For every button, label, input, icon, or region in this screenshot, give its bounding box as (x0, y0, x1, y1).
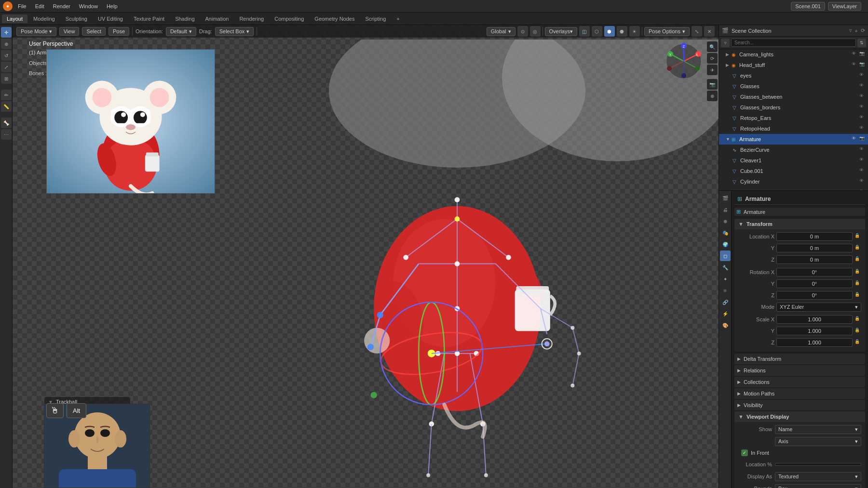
menu-item-file[interactable]: File (14, 2, 30, 10)
outliner-sort-btn[interactable]: ⇅ (857, 39, 866, 47)
location-z-input[interactable]: 0 m (776, 255, 853, 264)
workspace-tab-animation[interactable]: Animation (201, 14, 234, 23)
viewport-shading-render[interactable]: ☀ (629, 26, 640, 37)
viewport-pose-menu[interactable]: Pose (108, 27, 129, 36)
visible-icon-cy1[interactable]: 👁 (859, 189, 866, 190)
props-physics-btn[interactable]: ⚛ (720, 285, 731, 296)
toolbar-cursor[interactable]: ✛ (1, 27, 12, 38)
orbit-btn[interactable]: ⟳ (707, 53, 718, 64)
scale-y-input[interactable]: 1.000 (776, 327, 853, 335)
filter-icon[interactable]: ▿ (849, 27, 852, 34)
render-icon-2[interactable]: 📷 (859, 62, 866, 68)
workspace-tab-uv-editing[interactable]: UV Editing (93, 14, 128, 23)
sub-obj-name-input[interactable]: Armature (744, 209, 863, 215)
props-object-btn[interactable]: ◻ (720, 251, 731, 261)
props-output-btn[interactable]: 🖨 (720, 204, 731, 215)
show-axis-dropdown[interactable]: Axis ▾ (775, 437, 861, 446)
workspace-tab-texture-paint[interactable]: Texture Paint (129, 14, 169, 23)
rotation-y-lock[interactable]: 🔒 (854, 280, 861, 287)
flymode-btn[interactable]: ✈ (707, 65, 718, 75)
visible-icon-7[interactable]: 👁 (859, 115, 866, 121)
scale-z-input[interactable]: 1.000 (776, 338, 853, 347)
toolbar-measure[interactable]: 📏 (1, 101, 12, 112)
location-y-input[interactable]: 0 m (776, 244, 853, 252)
menu-item-help[interactable]: Help (103, 2, 121, 10)
menu-item-edit[interactable]: Edit (32, 2, 48, 10)
workspace-tab-compositing[interactable]: Compositing (270, 14, 309, 23)
outliner-item-eyes[interactable]: ▽ eyes 👁 (719, 70, 868, 81)
viewport-select-menu[interactable]: Select (82, 27, 106, 36)
scale-y-lock[interactable]: 🔒 (854, 328, 861, 334)
viewport-shading-wire[interactable]: ⬡ (592, 26, 602, 37)
viewport-shading-solid[interactable]: ⬢ (604, 26, 615, 37)
menu-item-render[interactable]: Render (50, 2, 74, 10)
pose-options-btn[interactable]: Pose Options▾ (644, 27, 690, 36)
visible-icon-c1[interactable]: 👁 (859, 157, 866, 164)
workspace-tab-modeling[interactable]: Modeling (28, 14, 60, 23)
toolbar-scale[interactable]: ⤢ (1, 62, 12, 72)
toolbar-rotate[interactable]: ↺ (1, 50, 12, 61)
visible-icon-arm[interactable]: 👁 (852, 136, 858, 143)
props-scene-btn[interactable]: 🎭 (720, 227, 731, 238)
scale-x-lock[interactable]: 🔒 (854, 316, 861, 323)
props-data-btn[interactable]: ⚡ (720, 308, 731, 319)
props-particles-btn[interactable]: ✦ (720, 274, 731, 284)
relations-header[interactable]: ▶ Relations (734, 365, 865, 376)
scene-selector[interactable]: Scene.001 (791, 2, 825, 11)
viewport-close-btn[interactable]: ✕ (704, 26, 715, 37)
props-material-btn[interactable]: 🎨 (720, 320, 731, 330)
outliner-item-glasses-borders[interactable]: ▽ Glasses_borders 👁 (719, 102, 868, 113)
viewport-area[interactable]: Pose Mode ▾ View Select Pose Orientation… (13, 25, 719, 488)
outliner-item-cylinder001[interactable]: ▽ Cylinder.001 👁 (719, 187, 868, 190)
outliner-filter-btn[interactable]: ▿ (721, 39, 730, 47)
collections-header[interactable]: ▶ Collections (734, 377, 865, 387)
toolbar-transform[interactable]: ⊞ (1, 73, 12, 84)
visible-icon-5[interactable]: 👁 (859, 93, 866, 100)
toolbar-annotate[interactable]: ✏ (1, 90, 12, 100)
viewport-mode-selector[interactable]: Pose Mode ▾ (16, 27, 56, 36)
toolbar-more[interactable]: ⋯ (1, 129, 12, 140)
rotation-mode-dropdown[interactable]: XYZ Euler▾ (776, 303, 861, 312)
visible-icon-8[interactable]: 👁 (859, 125, 866, 132)
toolbar-move[interactable]: ⊕ (1, 39, 12, 49)
outliner-search-input[interactable] (731, 39, 856, 47)
render-icon[interactable]: 📷 (859, 51, 866, 58)
workspace-tab-rendering[interactable]: Rendering (234, 14, 269, 23)
motion-paths-header[interactable]: ▶ Motion Paths (734, 388, 865, 399)
visible-icon-bc[interactable]: 👁 (859, 146, 866, 153)
toolbar-bone-roll[interactable]: 🦴 (1, 118, 12, 128)
workspace-tab-geometry-nodes[interactable]: Geometry Nodes (310, 14, 359, 23)
visible-icon-2[interactable]: 👁 (852, 62, 858, 68)
orientation-selector[interactable]: Default▾ (166, 27, 196, 36)
outliner-item-glasses[interactable]: ▽ Glasses 👁 (719, 81, 868, 92)
render-icon-arm[interactable]: 📷 (859, 136, 866, 143)
bounds-dropdown[interactable]: Box ▾ (775, 484, 861, 488)
props-modifier-btn[interactable]: 🔧 (720, 262, 731, 273)
outliner-item-retopohead[interactable]: ▽ RetopoHead 👁 (719, 123, 868, 134)
location-x-lock[interactable]: 🔒 (854, 233, 861, 240)
sync-icon[interactable]: ⟳ (861, 27, 865, 34)
workspace-tab-shading[interactable]: Shading (170, 14, 199, 23)
outliner-item-cube001[interactable]: ▽ Cube.001 👁 (719, 166, 868, 176)
outliner-item-retopo-ears[interactable]: ▽ Retopo_Ears 👁 (719, 113, 868, 123)
outliner-item-head-stuff[interactable]: ▶ ◉ Head_stuff 👁 📷 (719, 60, 868, 70)
location-y-lock[interactable]: 🔒 (854, 245, 861, 251)
workspace-tab-scripting[interactable]: Scripting (360, 14, 391, 23)
delta-transform-header[interactable]: ▶ Delta Transform (734, 354, 865, 364)
scale-x-input[interactable]: 1.000 (776, 315, 853, 324)
viewport-global-selector[interactable]: Global▾ (487, 27, 515, 36)
rotation-z-input[interactable]: 0° (776, 291, 853, 300)
visible-icon-cyl[interactable]: 👁 (859, 178, 866, 185)
menu-item-window[interactable]: Window (76, 2, 101, 10)
location-pct-value[interactable] (775, 463, 861, 466)
gizmo-btn[interactable]: ⊕ (707, 91, 718, 101)
outliner-item-cleaver1[interactable]: ▽ Cleaver1 👁 (719, 155, 868, 166)
location-z-lock[interactable]: 🔒 (854, 256, 861, 263)
viewport-view-menu[interactable]: View (59, 27, 80, 36)
workspace-tab-sculpting[interactable]: Sculpting (61, 14, 92, 23)
viewport-snap-btn[interactable]: ⊙ (517, 26, 528, 37)
outliner-item-cylinder[interactable]: ▽ Cylinder 👁 (719, 176, 868, 187)
viewport-shading-material[interactable]: ⬣ (617, 26, 627, 37)
camera-view-btn[interactable]: 📷 (707, 79, 718, 90)
visible-icon-6[interactable]: 👁 (859, 104, 866, 111)
